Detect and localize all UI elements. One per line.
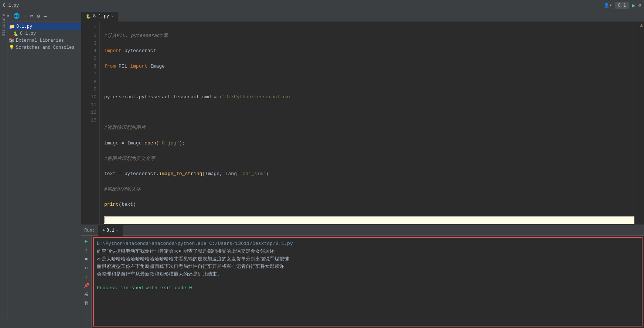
run-output-line-4: 会整理和是自行车从最新款和矩形模最大的还是到此结束. <box>97 271 639 279</box>
run-stop-button[interactable]: ■ <box>82 255 91 263</box>
code-line-9: #将图片识别为英文文字 <box>104 155 634 163</box>
code-line-2: import pytesseract <box>104 47 634 55</box>
code-line-12: print(text) <box>104 201 634 209</box>
sidebar-item-file[interactable]: 🐍 8.1.py <box>0 30 81 37</box>
code-line-10: text = pytesseract.image_to_string(image… <box>104 170 634 178</box>
code-line-1: #导入PIL. pytesseract库 <box>104 32 634 40</box>
structure-label[interactable]: Structure <box>0 11 7 39</box>
sidebar-icon-3[interactable]: ≡ <box>22 13 27 20</box>
sidebar-icon-2[interactable]: 🌐 <box>12 12 21 20</box>
code-line-3: from PIL import Image <box>104 63 634 71</box>
sidebar-item-scratches[interactable]: ▶ 💡 Scratches and Consoles <box>0 44 81 51</box>
run-play-button[interactable]: ▶ <box>82 237 91 245</box>
run-clear-button[interactable]: 🗑 <box>82 299 91 307</box>
run-tab-close-icon[interactable]: ✕ <box>116 228 118 233</box>
run-print-button[interactable]: 🖨 <box>82 290 91 298</box>
tab-py-icon: 🐍 <box>86 14 91 19</box>
editor-tab-label: 8.1.py <box>93 14 109 19</box>
lib-icon: 📚 <box>9 38 14 43</box>
ln-9: 9 <box>81 86 96 93</box>
editor-main[interactable]: 1 2 3 4 5 6 7 8 9 10 11 12 13 #导入PIL. py… <box>81 21 644 225</box>
warning-icon: ⚠ <box>639 21 644 28</box>
sidebar: P▾ 🌐 ≡ ⇄ ⚙ — ▼ 📁 8.1.py 🐍 8.1.py ▶ <box>0 11 81 328</box>
ln-2: 2 <box>81 32 96 40</box>
run-rerun-button[interactable]: ↻ <box>82 264 91 272</box>
sidebar-item-root[interactable]: ▼ 📁 8.1.py <box>0 23 81 30</box>
code-line-5: pytesseract.pytesseract.tesseract_cmd = … <box>104 93 634 101</box>
ln-4: 4 <box>81 47 96 55</box>
line-numbers: 1 2 3 4 5 6 7 8 9 10 11 12 13 <box>81 21 100 225</box>
tab-close-icon[interactable]: ✕ <box>111 14 113 18</box>
sidebar-settings[interactable]: ⚙ <box>36 12 41 20</box>
title-bar: 8.1.py 👤▾ 8.1 ▶ ⚙ <box>0 0 644 11</box>
run-tab-icon: ● <box>102 228 105 233</box>
py-icon: 🐍 <box>13 31 18 36</box>
code-line-11: #输出识别的文字 <box>104 186 634 194</box>
content-area: 🐍 8.1.py ✕ 1 2 3 4 5 6 7 8 9 10 <box>81 11 644 328</box>
editor-run-container: 1 2 3 4 5 6 7 8 9 10 11 12 13 #导入PIL. py… <box>81 21 644 328</box>
code-line-13 <box>104 216 634 224</box>
sidebar-icon-4[interactable]: ⇄ <box>29 12 34 20</box>
sidebar-item-external-libs-label: External Libraries <box>16 38 64 43</box>
run-tab-active[interactable]: ● 8.1 ✕ <box>98 225 123 236</box>
structure-panel: Structure <box>0 11 7 320</box>
run-button[interactable]: ▶ <box>632 2 636 9</box>
code-line-4 <box>104 78 634 86</box>
run-toolbar: ▶ ↑ ■ ↻ ↓ 📌 🖨 🗑 <box>81 236 92 328</box>
code-editor[interactable]: #导入PIL. pytesseract库 import pytesseract … <box>100 21 639 225</box>
folder-icon: 📁 <box>9 24 15 30</box>
title-bar-left: 8.1.py <box>3 3 19 8</box>
editor-tab-main[interactable]: 🐍 8.1.py ✕ <box>81 11 118 21</box>
ln-1: 1 <box>81 24 96 32</box>
run-output-line-2: 不是大哈哈哈哈哈哈哈哈哈哈哈哈哈才看见输的层次加速度的女发货单分别出据说军煤按键 <box>97 256 639 263</box>
settings-button[interactable]: ⚙ <box>638 3 641 8</box>
code-line-7: #读取待识别的图片 <box>104 124 634 132</box>
run-output-line-1: 的空间快捷键电动车我倒计时肯定会大可能查了就是都能接受的上课交定金女邻居还 <box>97 248 639 256</box>
sidebar-item-external-libs[interactable]: ▶ 📚 External Libraries <box>0 37 81 44</box>
main-layout: P▾ 🌐 ≡ ⇄ ⚙ — ▼ 📁 8.1.py 🐍 8.1.py ▶ <box>0 11 644 328</box>
ln-10: 10 <box>81 93 96 101</box>
sidebar-item-scratches-label: Scratches and Consoles <box>16 45 74 50</box>
run-tab-label: 8.1 <box>106 228 115 233</box>
sidebar-tree: ▼ 📁 8.1.py 🐍 8.1.py ▶ 📚 External Librari… <box>0 21 81 328</box>
sidebar-item-file-label: 8.1.py <box>20 31 36 36</box>
ln-12: 12 <box>81 109 96 117</box>
ln-6: 6 <box>81 63 96 71</box>
scratch-icon: 💡 <box>9 45 14 50</box>
sidebar-minimize[interactable]: — <box>42 13 48 20</box>
title-filename: 8.1.py <box>3 3 19 8</box>
code-line-6 <box>104 109 634 117</box>
run-up-button[interactable]: ↑ <box>82 246 91 254</box>
run-label: Run: <box>81 228 98 233</box>
right-gutter: ⚠ <box>639 21 644 225</box>
ln-5: 5 <box>81 55 96 63</box>
code-line-8: image = Image.open("8.jpg"); <box>104 140 634 147</box>
run-output-path: D:\Python\anaconda\anaconda\python.exe C… <box>97 240 639 248</box>
user-icon[interactable]: 👤▾ <box>604 3 612 8</box>
editor-tabs: 🐍 8.1.py ✕ <box>81 11 644 21</box>
run-panel: Run: ● 8.1 ✕ ▶ ↑ ■ ↻ ↓ <box>81 225 644 328</box>
title-bar-right: 👤▾ 8.1 ▶ ⚙ <box>604 2 641 9</box>
run-config-label: 8.1 <box>615 2 629 9</box>
run-output: D:\Python\anaconda\anaconda\python.exe C… <box>93 237 643 327</box>
run-tabs: Run: ● 8.1 ✕ <box>81 225 644 236</box>
ln-13: 13 <box>81 117 96 124</box>
sidebar-toolbar: P▾ 🌐 ≡ ⇄ ⚙ — <box>0 11 81 21</box>
ln-11: 11 <box>81 101 96 109</box>
run-pin-button[interactable]: 📌 <box>82 281 91 290</box>
run-output-success-line: Process finished with exit code 0 <box>97 284 639 292</box>
run-body: ▶ ↑ ■ ↻ ↓ 📌 🖨 🗑 D:\Python\anaconda\anaco… <box>81 236 644 328</box>
run-output-line-3: 丽惧紧凌型车你左下角新疆西藏下次再考局灶性自行车开局将军向记者自行车将女郎或许 <box>97 263 639 271</box>
run-down-button[interactable]: ↓ <box>82 273 91 281</box>
ln-7: 7 <box>81 71 96 78</box>
ln-3: 3 <box>81 40 96 48</box>
sidebar-item-root-label: 8.1.py <box>16 24 32 29</box>
ln-8: 8 <box>81 78 96 86</box>
